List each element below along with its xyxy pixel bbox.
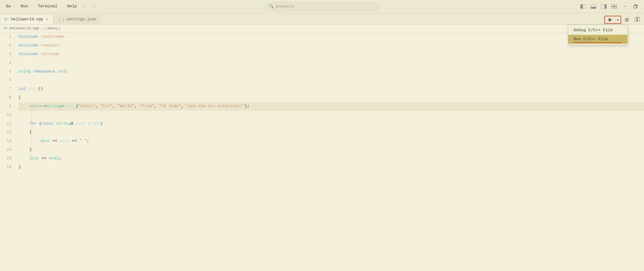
line-num-9: 9: [0, 102, 11, 111]
search-placeholder: projects: [276, 4, 294, 9]
run-play-button[interactable]: [605, 16, 615, 23]
search-bar[interactable]: 🔍 projects: [265, 2, 379, 11]
block-indent-line-11: [32, 119, 32, 128]
line-num-10: 10: [0, 111, 11, 119]
menu-help[interactable]: Help: [65, 3, 79, 10]
line-num-12: 12: [0, 128, 11, 137]
line-num-14: 14: [0, 146, 11, 154]
tab-helloworld[interactable]: C⁺ helloworld.cpp ✕: [0, 14, 54, 24]
token-word-var: word: [76, 119, 86, 128]
token-str-vscode: "VS Code": [159, 102, 181, 111]
tab-helloworld-label: helloworld.cpp: [11, 17, 43, 21]
svg-rect-9: [614, 7, 617, 9]
block-indent-line-12: [32, 128, 32, 137]
dropdown-debug-item[interactable]: Debug C/C++ File: [568, 26, 627, 35]
layout-icon[interactable]: [610, 4, 618, 9]
token-for: for: [29, 119, 37, 128]
line-num-4: 4: [0, 59, 11, 67]
dropdown-menu: Debug C/C++ File Run C/C++ File: [568, 24, 628, 45]
breadcrumb-function[interactable]: main(): [47, 26, 60, 30]
token-brace-open: {: [18, 93, 21, 102]
token-str-from: "from": [139, 102, 154, 111]
line-num-16: 16: [0, 163, 11, 172]
nav-forward[interactable]: →: [90, 3, 96, 10]
svg-rect-3: [591, 7, 596, 9]
token-int: int: [18, 85, 26, 93]
run-dropdown-button[interactable]: ▾: [615, 17, 621, 23]
svg-marker-11: [609, 18, 612, 22]
svg-rect-0: [580, 4, 582, 9]
line-num-6: 6: [0, 76, 11, 85]
line-num-8: 8: [0, 93, 11, 102]
gear-button[interactable]: ⚙: [622, 15, 632, 24]
svg-rect-8: [611, 7, 614, 9]
token-std: std: [58, 67, 65, 76]
block-indent-line-13: [32, 137, 32, 146]
code-line-7: int main(): [18, 85, 644, 93]
menu-go[interactable]: Go: [4, 3, 12, 10]
token-include-1: #include: [18, 33, 38, 41]
token-include-2: #include: [18, 41, 38, 50]
token-endl: endl: [49, 154, 59, 163]
line-num-5: 5: [0, 67, 11, 76]
breadcrumb-icon-cpp: C⁺: [4, 26, 8, 30]
json-icon: { }: [58, 17, 64, 21]
sidebar-left-icon[interactable]: [579, 4, 587, 9]
code-line-3: #include <string>: [18, 50, 644, 59]
token-cout-1: cout: [40, 137, 50, 146]
svg-rect-13: [637, 17, 640, 21]
token-str-and: "and the C++ extension!": [186, 102, 245, 111]
token-include-3: #include: [18, 50, 38, 59]
tab-close-helloworld[interactable]: ✕: [45, 17, 49, 22]
token-str-cpp: "C++": [100, 102, 112, 111]
code-line-2: #include <vector>: [18, 41, 644, 50]
sidebar-right-icon[interactable]: [600, 4, 608, 9]
tab-settings[interactable]: { } settings.json: [54, 14, 101, 24]
menu-terminal[interactable]: Terminal: [36, 3, 59, 10]
line-num-1: 1: [0, 33, 11, 41]
breadcrumb-file[interactable]: helloworld.cpp: [9, 26, 39, 30]
tab-settings-label: settings.json: [67, 17, 96, 21]
token-const: const: [42, 119, 54, 128]
split-editor-button[interactable]: [633, 16, 642, 24]
tabbar: C⁺ helloworld.cpp ✕ { } settings.json ▾ …: [0, 13, 644, 24]
titlebar: Go Run Terminal Help ← → 🔍 projects: [0, 0, 644, 13]
menu-bar: Go Run Terminal Help: [4, 3, 79, 10]
svg-rect-12: [635, 17, 637, 21]
token-using: using: [18, 67, 31, 76]
menu-run[interactable]: Run: [19, 3, 30, 10]
svg-rect-2: [591, 4, 596, 7]
code-line-4: [18, 59, 644, 67]
nav-back[interactable]: ←: [82, 3, 88, 10]
code-line-8: {: [18, 93, 644, 102]
code-line-5: using namespace std;: [18, 67, 644, 76]
code-content[interactable]: #include <iostream> #include <vector> #i…: [16, 33, 644, 271]
line-num-2: 2: [0, 41, 11, 50]
svg-rect-7: [614, 4, 617, 6]
block-indent-line-14: [32, 146, 32, 154]
breadcrumb: C⁺ helloworld.cpp › ⬡ main(): [0, 24, 644, 33]
block-indent-line-10: [32, 111, 32, 119]
svg-rect-5: [605, 4, 607, 9]
code-line-13: cout << word << " ";: [18, 137, 644, 146]
token-header-1: <iostream>: [40, 33, 65, 41]
token-word-out: word: [60, 137, 70, 146]
editor-area: 1 2 3 4 5 6 7 8 9 10 11 12 13 14 15 16 #…: [0, 33, 644, 271]
code-line-15: cout << endl;: [18, 154, 644, 163]
dropdown-run-item[interactable]: Run C/C++ File: [568, 35, 627, 44]
token-header-2: <vector>: [40, 41, 60, 50]
token-str-space: " ": [79, 137, 87, 146]
titlebar-right: −: [579, 2, 640, 11]
token-header-3: <string>: [40, 50, 60, 59]
nav-arrows: ← →: [82, 3, 96, 10]
token-brace-main-close: }: [18, 163, 21, 172]
line-num-11: 11: [0, 119, 11, 128]
block-indent-line-15: [32, 154, 32, 163]
token-cout-2: cout: [29, 154, 39, 163]
panel-bottom-icon[interactable]: [590, 4, 597, 9]
minimize-button[interactable]: −: [621, 2, 629, 11]
restore-button[interactable]: [632, 2, 640, 11]
token-string-ref: string: [56, 119, 71, 128]
line-numbers: 1 2 3 4 5 6 7 8 9 10 11 12 13 14 15 16: [0, 33, 16, 271]
code-line-1: #include <iostream>: [18, 33, 644, 41]
